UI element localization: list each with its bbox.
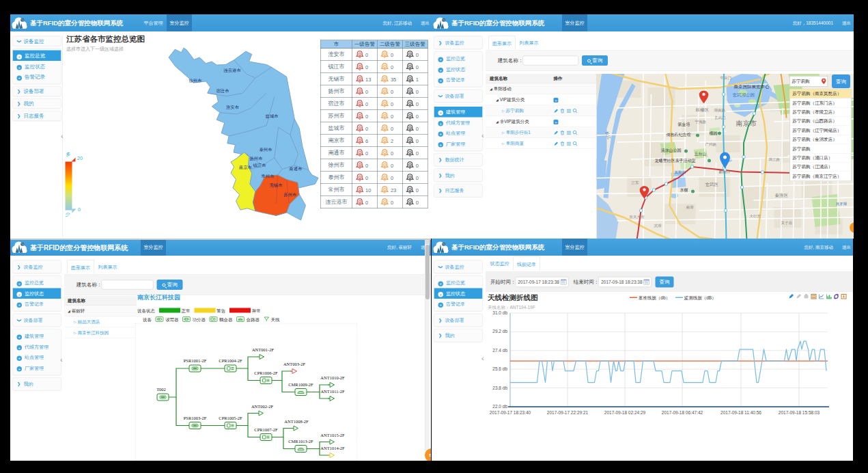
svg-text:CPR1007-2F: CPR1007-2F <box>254 427 278 432</box>
svg-text:3: 3 <box>409 176 410 179</box>
svg-text:镇江市: 镇江市 <box>252 163 266 168</box>
svg-text:2017-09-17 22:29:21: 2017-09-17 22:29:21 <box>547 410 589 415</box>
svg-text:3: 3 <box>409 77 410 81</box>
svg-text:南湖: 南湖 <box>686 205 694 209</box>
svg-text:龙蟠里社区亲子活动室: 龙蟠里社区亲子活动室 <box>655 158 696 163</box>
svg-text:夫子庙: 夫子庙 <box>781 221 793 225</box>
svg-text:22.0 db: 22.0 db <box>492 404 507 409</box>
svg-text:紫金塔: 紫金塔 <box>677 122 690 127</box>
svg-text:2: 2 <box>384 65 386 68</box>
svg-text:玄武湖公园: 玄武湖公园 <box>733 92 755 98</box>
svg-text:3: 3 <box>409 126 410 130</box>
svg-text:大行宫: 大行宫 <box>750 214 761 219</box>
svg-text:无锡市: 无锡市 <box>269 183 282 188</box>
svg-text:盐城市: 盐城市 <box>265 113 278 118</box>
svg-text:ANT1011-2F: ANT1011-2F <box>320 389 345 394</box>
svg-text:2017-09-18 11:40:56: 2017-09-18 11:40:56 <box>720 410 761 415</box>
svg-text:ANT001-2F: ANT001-2F <box>252 347 275 352</box>
svg-text:1: 1 <box>359 200 361 204</box>
svg-text:湖南路: 湖南路 <box>714 108 726 112</box>
svg-text:CPR1006-2F: CPR1006-2F <box>254 370 278 375</box>
svg-text:PSR1001-2F: PSR1001-2F <box>184 358 207 363</box>
svg-text:3: 3 <box>409 151 410 154</box>
svg-text:广州路: 广州路 <box>705 142 717 146</box>
svg-text:3: 3 <box>409 90 410 93</box>
svg-text:玄武区: 玄武区 <box>705 182 719 187</box>
svg-text:应天大街: 应天大街 <box>630 215 645 219</box>
svg-text:2: 2 <box>384 163 386 167</box>
svg-text:苏州市: 苏州市 <box>283 192 296 197</box>
svg-text:2: 2 <box>384 53 386 56</box>
svg-text:新街口: 新街口 <box>719 170 731 174</box>
svg-text:玄武门: 玄武门 <box>714 116 726 120</box>
svg-text:2: 2 <box>384 102 386 105</box>
svg-text:泰州市: 泰州市 <box>259 147 272 152</box>
svg-text:3: 3 <box>409 188 410 191</box>
svg-text:1: 1 <box>359 139 361 142</box>
svg-text:2: 2 <box>384 176 386 179</box>
svg-text:CPR1005-2F: CPR1005-2F <box>219 416 242 420</box>
svg-text:2017-09-17 18:23:40: 2017-09-17 18:23:40 <box>490 410 531 415</box>
svg-text:扬州市: 扬州市 <box>249 156 262 161</box>
svg-text:1: 1 <box>359 53 361 56</box>
svg-text:29.2 db: 29.2 db <box>492 329 507 334</box>
svg-text:2: 2 <box>384 200 386 204</box>
svg-text:3: 3 <box>409 65 410 68</box>
svg-text:CMR1009-2F: CMR1009-2F <box>288 382 313 387</box>
svg-text:宿迁市: 宿迁市 <box>216 88 229 94</box>
svg-text:莫愁湖: 莫愁湖 <box>675 170 686 174</box>
svg-text:南京市: 南京市 <box>239 165 252 170</box>
svg-text:宁海路: 宁海路 <box>695 120 707 124</box>
svg-text:清凉山公园: 清凉山公园 <box>661 148 682 153</box>
svg-text:1: 1 <box>359 65 361 68</box>
svg-text:3: 3 <box>409 200 410 204</box>
svg-text:2017-09-18 06:47:42: 2017-09-18 06:47:42 <box>662 410 703 415</box>
svg-text:3: 3 <box>409 114 410 118</box>
svg-text:ANT1014-2F: ANT1014-2F <box>320 446 345 450</box>
svg-text:1: 1 <box>359 114 361 118</box>
svg-text:五台山: 五台山 <box>695 152 707 157</box>
svg-text:ANT1008-2F: ANT1008-2F <box>284 419 309 424</box>
svg-text:徐州市: 徐州市 <box>188 78 201 83</box>
svg-text:连云港市: 连云港市 <box>223 68 240 73</box>
svg-text:中央门: 中央门 <box>720 76 732 80</box>
svg-text:南京国际展览中心: 南京国际展览中心 <box>734 84 770 90</box>
svg-text:月牙湖: 月牙湖 <box>836 202 848 206</box>
svg-text:鼓楼区: 鼓楼区 <box>696 107 710 112</box>
svg-text:常州市: 常州市 <box>261 174 274 178</box>
svg-text:T002: T002 <box>156 387 166 392</box>
svg-text:淮安市: 淮安市 <box>226 105 239 110</box>
svg-text:1: 1 <box>359 188 361 191</box>
svg-text:1: 1 <box>359 126 361 130</box>
svg-text:25.6 db: 25.6 db <box>492 366 507 371</box>
svg-text:傅抱石纪念馆: 傅抱石纪念馆 <box>667 132 691 137</box>
svg-text:ANT003-2F: ANT003-2F <box>283 362 306 366</box>
svg-text:3: 3 <box>409 53 410 56</box>
svg-text:2017-09-18 02:24:29: 2017-09-18 02:24:29 <box>604 410 646 415</box>
svg-text:珠江路: 珠江路 <box>769 157 781 162</box>
svg-text:2: 2 <box>384 188 386 191</box>
svg-text:2: 2 <box>384 90 386 93</box>
svg-text:2: 2 <box>384 151 386 154</box>
svg-text:CMR1013-2F: CMR1013-2F <box>288 439 313 444</box>
svg-text:2: 2 <box>384 77 386 81</box>
svg-text:3: 3 <box>409 139 410 142</box>
svg-text:3: 3 <box>409 102 410 105</box>
svg-text:1: 1 <box>359 102 361 105</box>
svg-text:2017-09-18 15:58:03: 2017-09-18 15:58:03 <box>779 410 820 415</box>
svg-text:1: 1 <box>359 151 361 154</box>
svg-text:ANT1015-2F: ANT1015-2F <box>320 433 345 437</box>
svg-text:水榭: 水榭 <box>680 188 688 192</box>
svg-text:1: 1 <box>359 176 361 179</box>
svg-text:南通市: 南通市 <box>289 166 302 171</box>
svg-text:2: 2 <box>384 114 386 118</box>
svg-text:滨湖: 滨湖 <box>654 224 662 228</box>
svg-text:3: 3 <box>409 163 410 167</box>
svg-text:CPR1004-2F: CPR1004-2F <box>219 358 242 363</box>
svg-text:秦淮区: 秦淮区 <box>775 193 789 198</box>
svg-text:江东: 江东 <box>632 180 640 185</box>
svg-text:榴园: 榴园 <box>710 131 718 136</box>
svg-text:27.4 db: 27.4 db <box>492 348 507 353</box>
svg-text:1: 1 <box>359 163 361 167</box>
svg-text:1: 1 <box>359 77 361 81</box>
